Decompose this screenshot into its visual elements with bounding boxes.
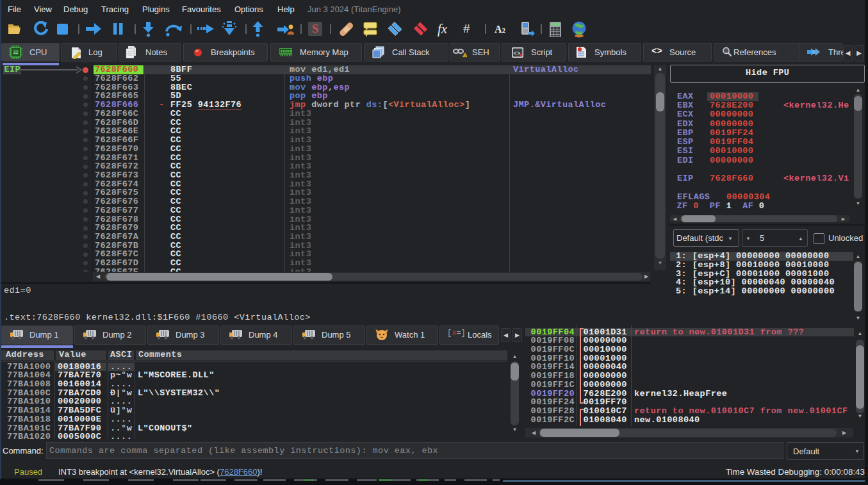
svg-text:<>: <> bbox=[514, 51, 521, 57]
svg-text:32: 32 bbox=[13, 50, 19, 54]
svg-text:!: ! bbox=[464, 54, 466, 58]
